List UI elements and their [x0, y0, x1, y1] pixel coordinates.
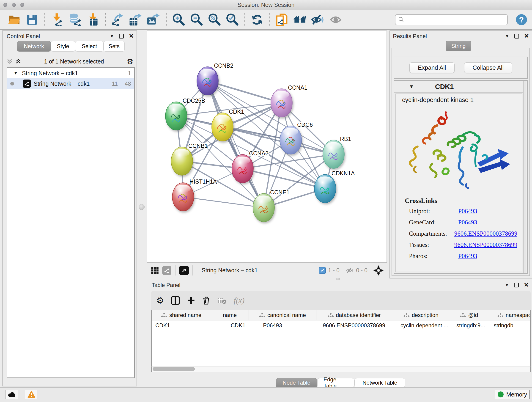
share-icon	[24, 81, 29, 86]
tab-edge-table[interactable]: Edge Table	[317, 378, 355, 387]
network-node-ccnb2[interactable]: CCNB2	[197, 62, 234, 95]
column-header-description[interactable]: description	[392, 310, 450, 320]
node-table: shared name name canonical name	[151, 310, 531, 366]
network-node-ccna1[interactable]: CCNA1	[271, 84, 307, 117]
table-options-gear-icon[interactable]: ⚙	[156, 296, 164, 305]
delete-column-trash-icon[interactable]	[202, 296, 210, 305]
crosslink-label: GeneCard:	[409, 219, 458, 226]
results-scrollbar[interactable]	[523, 81, 526, 273]
network-node-ccnb1[interactable]: CCNB1	[171, 143, 208, 175]
collection-label: String Network – cdk1	[22, 70, 78, 77]
open-in-new-window-badge[interactable]	[179, 266, 189, 275]
show-hidden-button[interactable]	[328, 12, 343, 27]
create-column-icon[interactable]	[187, 296, 195, 305]
column-header-namespace[interactable]: namespace	[488, 310, 531, 320]
export-table-button[interactable]	[128, 12, 143, 27]
memory-button[interactable]: Memory	[495, 390, 530, 399]
cloud-button[interactable]	[5, 390, 18, 399]
table-horizontal-scrollbar[interactable]	[151, 366, 531, 372]
panel-close-icon[interactable]: ✕	[524, 281, 529, 288]
zoom-fit-icon	[208, 13, 221, 26]
import-network-from-database-button[interactable]	[68, 12, 82, 27]
tab-style[interactable]: Style	[51, 41, 75, 51]
panel-float-icon[interactable]	[514, 283, 519, 287]
network-node-cdc6[interactable]: CDC6	[280, 121, 313, 154]
zoom-out-button[interactable]	[189, 12, 204, 27]
panel-collapse-icon[interactable]: ▼	[505, 33, 509, 39]
hide-selected-button[interactable]	[310, 12, 325, 27]
left-splitter-handle[interactable]	[139, 204, 145, 210]
expand-all-button[interactable]: Expand All	[409, 62, 455, 73]
import-network-button[interactable]	[50, 12, 64, 27]
export-network-button[interactable]	[110, 12, 125, 27]
panel-close-icon[interactable]: ✕	[524, 32, 529, 40]
collapse-all-networks-icon[interactable]	[7, 58, 13, 64]
network-node-cdkn1a[interactable]: CDKN1A	[314, 170, 355, 203]
tab-network-table[interactable]: Network Table	[355, 378, 405, 387]
apply-layout-button[interactable]	[250, 12, 264, 27]
toolbar-separator	[166, 13, 167, 26]
help-button[interactable]: ?	[516, 14, 527, 25]
zoom-fit-button[interactable]	[207, 12, 222, 27]
panel-collapse-icon[interactable]: ▼	[505, 282, 509, 288]
panel-float-icon[interactable]	[514, 34, 519, 38]
tree-expand-icon[interactable]: ▼	[13, 70, 18, 76]
zoom-in-button[interactable]	[171, 12, 186, 27]
warnings-button[interactable]	[25, 390, 38, 399]
tab-node-table[interactable]: Node Table	[276, 378, 317, 387]
network-node-hist1h1a[interactable]: HIST1H1A	[172, 178, 217, 211]
crosslink-uniprot-link[interactable]: P06493	[458, 208, 477, 215]
zoom-selected-button[interactable]	[225, 12, 239, 27]
export-image-button[interactable]	[146, 12, 161, 27]
export-table-icon	[129, 13, 142, 26]
save-session-button[interactable]	[25, 12, 39, 27]
network-options-gear-icon[interactable]: ⚙	[127, 58, 133, 65]
network-node-ccne1[interactable]: CCNE1	[253, 189, 290, 222]
panel-close-icon[interactable]: ✕	[129, 32, 134, 40]
network-edge[interactable]	[183, 197, 264, 208]
first-neighbors-button[interactable]	[293, 12, 307, 27]
import-table-button[interactable]	[85, 12, 100, 27]
column-header-shared-name[interactable]: shared name	[152, 310, 211, 320]
panel-float-icon[interactable]	[119, 34, 124, 38]
network-canvas[interactable]: CCNB2CCNA1CDC25BCDK1CDC6RB1CCNB1CCNA2CDK…	[147, 31, 387, 262]
crosslink-pharos-link[interactable]: P06493	[458, 253, 477, 260]
network-thumbnail-badge[interactable]	[162, 266, 171, 275]
column-header-canonical-name[interactable]: canonical name	[249, 310, 317, 320]
table-header-row: shared name name canonical name	[152, 310, 530, 320]
crosslink-tissues-link[interactable]: 9606.ENSP00000378699	[454, 241, 517, 249]
column-header-name[interactable]: name	[211, 310, 249, 320]
panel-collapse-icon[interactable]: ▼	[109, 33, 114, 39]
network-node-rb1[interactable]: RB1	[323, 136, 351, 168]
table-panel: Table Panel ▼ ✕ ⚙	[149, 280, 532, 387]
table-row[interactable]: CDK1 CDK1 P06493 9606.ENSP00000378699 cy…	[152, 320, 530, 331]
grid-view-icon[interactable]	[151, 266, 159, 274]
selected-nodes-checkbox-icon[interactable]	[319, 267, 326, 274]
collapse-all-button[interactable]: Collapse All	[464, 62, 512, 73]
column-header-database-identifier[interactable]: database identifier	[317, 310, 392, 320]
tab-sets[interactable]: Sets	[104, 41, 125, 51]
node-label-ccnb2: CCNB2	[214, 62, 234, 69]
column-header-id[interactable]: @id	[450, 310, 488, 320]
scrollbar-thumb[interactable]	[152, 367, 195, 371]
navigator-crosshair-icon[interactable]	[374, 265, 384, 275]
tab-network[interactable]: Network	[17, 41, 51, 51]
network-edge[interactable]	[208, 81, 282, 103]
network-collection-row[interactable]: ▼ String Network – cdk1 1	[7, 68, 134, 78]
network-edge[interactable]	[208, 81, 264, 208]
show-columns-icon[interactable]	[171, 296, 180, 305]
network-row[interactable]: String Network – cdk1 11 48	[7, 78, 134, 89]
window-close-button[interactable]	[3, 3, 7, 7]
tab-select[interactable]: Select	[75, 41, 104, 51]
memory-status-dot	[498, 391, 504, 397]
entry-collapse-icon[interactable]: ▼	[409, 84, 414, 89]
search-input[interactable]	[406, 17, 505, 23]
tab-string[interactable]: String	[446, 41, 471, 51]
clone-network-button[interactable]	[275, 12, 289, 27]
window-minimize-button[interactable]	[12, 3, 16, 7]
window-zoom-button[interactable]	[20, 3, 24, 7]
open-session-button[interactable]	[7, 12, 22, 27]
crosslink-genecard-link[interactable]: P06493	[458, 219, 477, 226]
crosslink-compartments-link[interactable]: 9606.ENSP00000378699	[454, 230, 517, 237]
expand-all-networks-icon[interactable]	[15, 58, 21, 64]
